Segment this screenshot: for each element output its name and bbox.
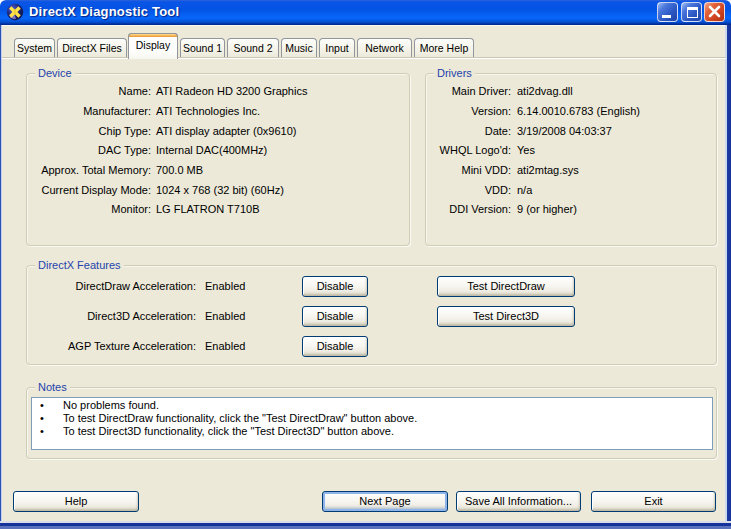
tab-sound-1[interactable]: Sound 1 bbox=[180, 38, 225, 58]
help-button[interactable]: Help bbox=[13, 491, 139, 512]
tab-music[interactable]: Music bbox=[281, 38, 317, 58]
bullet-icon: • bbox=[40, 412, 44, 425]
driver-row-value: ati2dvag.dll bbox=[517, 85, 573, 97]
driver-row-value: 3/19/2008 04:03:37 bbox=[517, 125, 612, 137]
drivers-legend: Drivers bbox=[434, 67, 475, 79]
driver-row-value: 9 (or higher) bbox=[517, 203, 577, 215]
minimize-button[interactable] bbox=[657, 2, 678, 22]
directx-icon bbox=[6, 3, 24, 21]
test-directdraw-button[interactable]: Test DirectDraw bbox=[437, 276, 575, 297]
feature-row-direct3d: Direct3D Acceleration: Enabled Disable T… bbox=[26, 306, 717, 327]
driver-row-value: ati2mtag.sys bbox=[517, 164, 579, 176]
device-row: Monitor:LG FLATRON T710B bbox=[28, 200, 408, 220]
tab-sound-2[interactable]: Sound 2 bbox=[227, 38, 279, 58]
tab-page-edge bbox=[2, 58, 726, 59]
next-page-button[interactable]: Next Page bbox=[322, 491, 448, 512]
driver-row: WHQL Logo'd:Yes bbox=[427, 141, 715, 161]
device-row-value: ATI display adapter (0x9610) bbox=[156, 125, 296, 137]
driver-row: Mini VDD:ati2mtag.sys bbox=[427, 160, 715, 180]
device-row: DAC Type:Internal DAC(400MHz) bbox=[28, 141, 408, 161]
bullet-icon: • bbox=[40, 399, 44, 412]
device-row-label: Current Display Mode: bbox=[28, 184, 151, 196]
notes-legend: Notes bbox=[35, 381, 70, 393]
device-row-value: Internal DAC(400MHz) bbox=[156, 144, 267, 156]
note-text: No problems found. bbox=[63, 399, 159, 412]
tab-display[interactable]: Display bbox=[128, 33, 178, 59]
device-row-label: Approx. Total Memory: bbox=[28, 164, 151, 176]
disable-direct3d-button[interactable]: Disable bbox=[302, 306, 368, 327]
feature-row-agp: AGP Texture Acceleration: Enabled Disabl… bbox=[26, 336, 717, 357]
disable-directdraw-button[interactable]: Disable bbox=[302, 276, 368, 297]
device-row-value: ATI Technologies Inc. bbox=[156, 105, 260, 117]
device-row-label: Monitor: bbox=[28, 203, 151, 215]
device-row-value: 700.0 MB bbox=[156, 164, 203, 176]
tab-input[interactable]: Input bbox=[319, 38, 355, 58]
minimize-icon bbox=[662, 15, 671, 18]
notes-textarea[interactable]: •No problems found. •To test DirectDraw … bbox=[31, 397, 713, 450]
maximize-button[interactable] bbox=[681, 2, 702, 22]
device-row-label: DAC Type: bbox=[28, 144, 151, 156]
disable-agp-button[interactable]: Disable bbox=[302, 336, 368, 357]
feature-label: AGP Texture Acceleration: bbox=[26, 336, 196, 357]
close-button[interactable] bbox=[704, 2, 725, 22]
tab-network[interactable]: Network bbox=[357, 38, 412, 58]
device-row: Manufacturer:ATI Technologies Inc. bbox=[28, 101, 408, 121]
driver-row-value: n/a bbox=[517, 184, 532, 196]
driver-row: Main Driver:ati2dvag.dll bbox=[427, 82, 715, 102]
driver-row-label: Mini VDD: bbox=[427, 164, 511, 176]
device-row-label: Manufacturer: bbox=[28, 105, 151, 117]
bullet-icon: • bbox=[40, 425, 44, 438]
driver-row: VDD:n/a bbox=[427, 180, 715, 200]
device-legend: Device bbox=[35, 67, 75, 79]
driver-row: DDI Version:9 (or higher) bbox=[427, 200, 715, 220]
tab-directx-files[interactable]: DirectX Files bbox=[57, 38, 127, 58]
feature-status: Enabled bbox=[205, 276, 245, 297]
test-direct3d-button[interactable]: Test Direct3D bbox=[437, 306, 575, 327]
window-border-left-highlight bbox=[1, 25, 2, 529]
driver-row-label: DDI Version: bbox=[427, 203, 511, 215]
driver-row-label: Main Driver: bbox=[427, 85, 511, 97]
tab-more-help[interactable]: More Help bbox=[414, 38, 474, 58]
feature-status: Enabled bbox=[205, 306, 245, 327]
feature-label: Direct3D Acceleration: bbox=[26, 306, 196, 327]
device-row: Name:ATI Radeon HD 3200 Graphics bbox=[28, 82, 408, 102]
device-row: Approx. Total Memory:700.0 MB bbox=[28, 160, 408, 180]
device-row-label: Name: bbox=[28, 85, 151, 97]
feature-label: DirectDraw Acceleration: bbox=[26, 276, 196, 297]
tab-system[interactable]: System bbox=[14, 38, 55, 58]
device-info-list: Name:ATI Radeon HD 3200 Graphics Manufac… bbox=[28, 82, 408, 220]
driver-row: Version:6.14.0010.6783 (English) bbox=[427, 101, 715, 121]
note-item: •To test DirectDraw functionality, click… bbox=[32, 412, 712, 425]
note-text: To test DirectDraw functionality, click … bbox=[63, 412, 417, 425]
save-all-information-button[interactable]: Save All Information... bbox=[456, 491, 581, 512]
close-icon bbox=[708, 5, 721, 18]
device-row: Current Display Mode:1024 x 768 (32 bit)… bbox=[28, 180, 408, 200]
device-row-value: LG FLATRON T710B bbox=[156, 203, 260, 215]
driver-row-label: VDD: bbox=[427, 184, 511, 196]
feature-row-directdraw: DirectDraw Acceleration: Enabled Disable… bbox=[26, 276, 717, 297]
window-title: DirectX Diagnostic Tool bbox=[29, 0, 179, 24]
device-row-value: 1024 x 768 (32 bit) (60Hz) bbox=[156, 184, 284, 196]
window-border-right bbox=[727, 25, 731, 529]
note-text: To test Direct3D functionality, click th… bbox=[63, 425, 394, 438]
driver-row-label: WHQL Logo'd: bbox=[427, 144, 511, 156]
driver-row-label: Version: bbox=[427, 105, 511, 117]
device-row-value: ATI Radeon HD 3200 Graphics bbox=[156, 85, 307, 97]
maximize-icon bbox=[687, 7, 698, 18]
features-legend: DirectX Features bbox=[35, 259, 124, 271]
drivers-info-list: Main Driver:ati2dvag.dll Version:6.14.00… bbox=[427, 82, 715, 220]
note-item: •To test Direct3D functionality, click t… bbox=[32, 425, 712, 438]
title-bar: DirectX Diagnostic Tool bbox=[0, 0, 731, 25]
feature-status: Enabled bbox=[205, 336, 245, 357]
exit-button[interactable]: Exit bbox=[591, 491, 716, 512]
device-row: Chip Type:ATI display adapter (0x9610) bbox=[28, 121, 408, 141]
driver-row-label: Date: bbox=[427, 125, 511, 137]
driver-row-value: Yes bbox=[517, 144, 535, 156]
driver-row-value: 6.14.0010.6783 (English) bbox=[517, 105, 640, 117]
device-row-label: Chip Type: bbox=[28, 125, 151, 137]
note-item: •No problems found. bbox=[32, 399, 712, 412]
driver-row: Date:3/19/2008 04:03:37 bbox=[427, 121, 715, 141]
